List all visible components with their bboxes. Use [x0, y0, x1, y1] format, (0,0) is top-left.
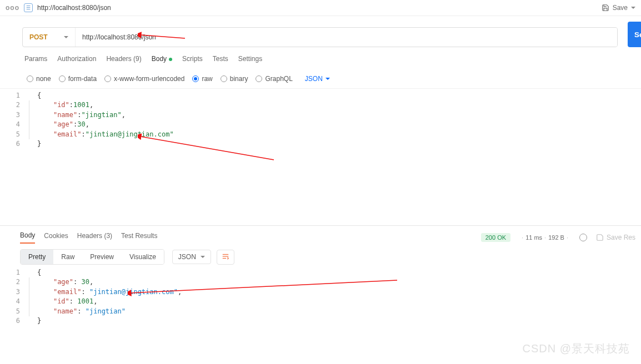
chevron-down-icon [64, 36, 68, 41]
code-content: { "id":1001, "name":"jingtian", "age":30… [29, 91, 641, 224]
radio-none-label: none [36, 75, 51, 83]
radio-binary-label: binary [230, 75, 248, 83]
tab-params[interactable]: Params [24, 55, 47, 67]
resp-tab-body[interactable]: Body [20, 231, 35, 244]
chevron-down-icon [201, 256, 205, 260]
response-format-select[interactable]: JSON [172, 250, 211, 264]
save-icon [596, 234, 604, 241]
body-type-row: none form-data x-www-form-urlencoded raw… [0, 69, 641, 89]
radio-form-data-label: form-data [68, 75, 97, 83]
tab-title[interactable]: http://localhost:8080/json [37, 4, 111, 12]
radio-none[interactable]: none [27, 75, 51, 83]
code-content: { "age": 30, "email": "jintian@jingtian.… [29, 268, 641, 326]
tabs-overflow[interactable]: ooo [6, 4, 19, 12]
response-tabs: Body Cookies Headers (3) Test Results 20… [0, 226, 641, 244]
resp-tab-cookies[interactable]: Cookies [44, 232, 68, 243]
url-input[interactable] [76, 28, 617, 47]
tab-authorization[interactable]: Authorization [57, 55, 96, 67]
view-preview[interactable]: Preview [82, 250, 122, 264]
save-icon [602, 4, 609, 12]
wrap-lines-button[interactable] [217, 250, 234, 265]
radio-urlencoded[interactable]: x-www-form-urlencoded [104, 75, 184, 83]
view-mode-segment: Pretty Raw Preview Visualize [20, 249, 164, 265]
save-button[interactable]: Save [602, 4, 635, 12]
status-badge: 200 OK [481, 233, 510, 242]
save-label: Save [613, 4, 628, 12]
resp-tab-tests[interactable]: Test Results [121, 232, 157, 243]
body-format-select[interactable]: JSON [305, 75, 330, 83]
request-body-editor[interactable]: 123456 { "id":1001, "name":"jingtian", "… [0, 89, 641, 224]
network-icon[interactable] [579, 234, 587, 241]
tab-settings[interactable]: Settings [238, 55, 262, 67]
radio-binary[interactable]: binary [221, 75, 248, 83]
http-method-icon: ☰ [24, 3, 33, 12]
view-raw[interactable]: Raw [53, 250, 82, 264]
chevron-down-icon [325, 78, 330, 82]
chevron-down-icon[interactable] [631, 7, 635, 11]
radio-urlencoded-label: x-www-form-urlencoded [114, 75, 184, 83]
radio-raw[interactable]: raw [192, 75, 212, 83]
tab-bar: ooo ☰ http://localhost:8080/json Save [0, 0, 641, 16]
view-visualize[interactable]: Visualize [122, 250, 164, 264]
radio-graphql[interactable]: GraphQL [256, 75, 292, 83]
tab-body[interactable]: Body [152, 55, 172, 67]
radio-form-data[interactable]: form-data [59, 75, 97, 83]
save-response-button[interactable]: Save Res [596, 234, 635, 241]
view-pretty[interactable]: Pretty [21, 250, 53, 264]
http-method-value: POST [29, 33, 48, 41]
body-format-label: JSON [305, 75, 323, 83]
response-view-bar: Pretty Raw Preview Visualize JSON [0, 244, 641, 268]
line-gutter: 123456 [0, 268, 29, 326]
tab-tests[interactable]: Tests [213, 55, 228, 67]
request-tabs: Params Authorization Headers (9) Body Sc… [0, 47, 641, 67]
tab-scripts[interactable]: Scripts [182, 55, 203, 67]
response-format-label: JSON [178, 253, 196, 261]
response-body-editor[interactable]: 123456 { "age": 30, "email": "jintian@ji… [0, 268, 641, 326]
response-meta: ·11 ms·192 B· [519, 234, 570, 241]
request-url-row: POST Send [0, 22, 641, 47]
radio-raw-label: raw [202, 75, 212, 83]
radio-graphql-label: GraphQL [265, 75, 292, 83]
http-method-select[interactable]: POST [23, 28, 76, 47]
tab-headers[interactable]: Headers (9) [106, 55, 141, 67]
line-gutter: 123456 [0, 91, 29, 224]
wrap-icon [222, 253, 229, 260]
save-response-label: Save Res [607, 234, 635, 241]
send-button[interactable]: Send [628, 22, 641, 47]
watermark: CSDN @景天科技苑 [522, 341, 630, 356]
resp-tab-headers[interactable]: Headers (3) [77, 232, 112, 243]
